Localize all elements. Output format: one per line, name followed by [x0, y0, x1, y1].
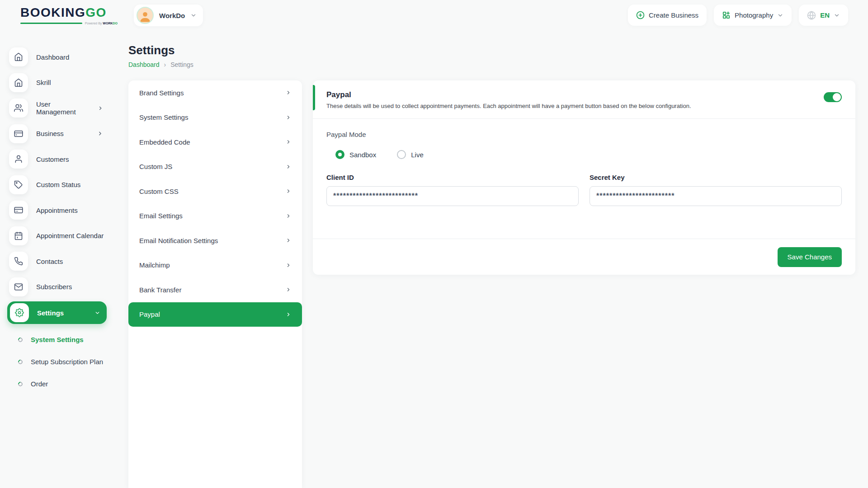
sidebar-item-label: Dashboard [36, 53, 69, 61]
chevron-down-icon [777, 12, 783, 19]
chevron-right-icon [286, 188, 291, 194]
page-head: Settings Dashboard › Settings [128, 43, 193, 68]
sidebar-item-label: Custom Status [36, 181, 80, 188]
sidebar-item-label: Business [36, 130, 64, 137]
secret-key-label: Secret Key [590, 174, 842, 181]
paypal-enabled-toggle[interactable] [824, 92, 842, 102]
sidebar-item-label: Skrill [36, 79, 51, 86]
sidebar-item-contacts[interactable]: Contacts [0, 249, 117, 274]
breadcrumb-separator: › [164, 61, 166, 68]
credit-card-icon [9, 201, 28, 220]
radio-unchecked-icon[interactable] [397, 150, 406, 159]
bullet-icon [17, 358, 24, 365]
chevron-right-icon [286, 312, 291, 317]
sidebar-item-subscribers[interactable]: Subscribers [0, 274, 117, 300]
chevron-right-icon [286, 115, 291, 120]
sidebar-subitem-label: Setup Subscription Plan [31, 358, 103, 366]
workspace-switcher[interactable]: WorkDo [134, 5, 203, 26]
gear-icon [10, 303, 29, 322]
user-icon [9, 150, 28, 169]
bullet-icon [17, 336, 24, 343]
grid-plus-icon [722, 11, 731, 19]
panel-title: Paypal [326, 90, 842, 99]
create-business-label: Create Business [649, 11, 698, 19]
menu-label: Brand Settings [139, 89, 184, 97]
app-logo[interactable]: BOOKINGGO Powered By WORKDO [20, 6, 118, 25]
sidebar-item-skrill[interactable]: Skrill [0, 70, 117, 96]
credit-card-icon [9, 124, 28, 143]
radio-option-live[interactable]: Live [397, 150, 424, 159]
business-type-label: Photography [735, 11, 773, 19]
logo-line [20, 23, 82, 24]
sidebar-item-user-management[interactable]: User Management [0, 95, 117, 121]
create-business-button[interactable]: Create Business [628, 5, 707, 26]
sidebar-item-custom-status[interactable]: Custom Status [0, 172, 117, 198]
secret-key-input[interactable] [590, 186, 842, 206]
secret-key-field-group: Secret Key [590, 174, 842, 206]
credential-fields: Client ID Secret Key [326, 174, 842, 206]
menu-label: Custom CSS [139, 188, 179, 195]
settings-menu-email-notification-settings[interactable]: Email Notification Settings [128, 228, 302, 253]
settings-menu-brand-settings[interactable]: Brand Settings [128, 80, 302, 105]
radio-label: Live [411, 151, 424, 159]
sidebar-item-label: Customers [36, 155, 69, 163]
logo-text: BOOKINGGO [20, 6, 118, 19]
sidebar-item-appointments[interactable]: Appointments [0, 197, 117, 223]
sidebar-subitem-system-settings[interactable]: System Settings [0, 328, 117, 351]
phone-icon [9, 252, 28, 271]
sidebar-item-settings[interactable]: Settings [7, 301, 107, 324]
breadcrumb-link-dashboard[interactable]: Dashboard [128, 61, 160, 68]
settings-menu-mailchimp[interactable]: Mailchimp [128, 253, 302, 278]
paypal-panel: Paypal These details will be used to col… [313, 80, 855, 275]
avatar [137, 7, 154, 24]
sidebar-subitem-setup-subscription-plan[interactable]: Setup Subscription Plan [0, 351, 117, 373]
sidebar-item-label: Appointment Calendar [36, 232, 104, 239]
mail-icon [9, 277, 28, 296]
tag-icon [9, 175, 28, 194]
business-type-dropdown[interactable]: Photography [714, 5, 792, 26]
client-id-label: Client ID [326, 174, 579, 181]
save-changes-button[interactable]: Save Changes [778, 247, 842, 267]
settings-menu-bank-transfer[interactable]: Bank Transfer [128, 277, 302, 302]
chevron-right-icon [98, 105, 103, 111]
home-icon [9, 47, 28, 66]
home-icon [9, 73, 28, 92]
settings-menu-custom-css[interactable]: Custom CSS [128, 179, 302, 204]
chevron-right-icon [97, 131, 103, 136]
settings-menu-system-settings[interactable]: System Settings [128, 105, 302, 130]
plus-circle-icon [636, 11, 645, 19]
paypal-mode-label: Paypal Mode [326, 131, 842, 138]
page-title: Settings [128, 43, 193, 57]
chevron-right-icon [286, 263, 291, 268]
sidebar-item-business[interactable]: Business [0, 121, 117, 147]
settings-menu-paypal[interactable]: Paypal [128, 302, 302, 327]
calendar-icon [9, 226, 28, 245]
language-dropdown[interactable]: EN [799, 5, 848, 26]
radio-option-sandbox[interactable]: Sandbox [335, 150, 376, 159]
menu-label: Email Settings [139, 212, 183, 220]
radio-checked-icon[interactable] [335, 150, 344, 159]
settings-menu-email-settings[interactable]: Email Settings [128, 204, 302, 229]
chevron-right-icon [286, 139, 291, 145]
users-icon [9, 99, 28, 117]
settings-menu-card: Brand Settings System Settings Embedded … [128, 80, 302, 488]
sidebar-subitem-order[interactable]: Order [0, 373, 117, 395]
logo-accent: GO [85, 5, 107, 19]
sidebar-item-label: Subscribers [36, 283, 72, 291]
menu-label: Bank Transfer [139, 286, 181, 294]
client-id-input[interactable] [326, 186, 579, 206]
menu-label: Email Notification Settings [139, 237, 218, 244]
settings-sub-list: System Settings Setup Subscription Plan … [0, 328, 117, 395]
header-accent-bar [313, 85, 315, 110]
settings-menu-custom-js[interactable]: Custom JS [128, 155, 302, 179]
settings-menu-embedded-code[interactable]: Embedded Code [128, 130, 302, 155]
chevron-right-icon [286, 90, 291, 95]
chevron-down-icon [190, 12, 197, 19]
language-label: EN [820, 11, 830, 19]
chevron-right-icon [286, 287, 291, 292]
sidebar-item-appointment-calendar[interactable]: Appointment Calendar [0, 223, 117, 249]
sidebar-subitem-label: System Settings [31, 336, 84, 343]
chevron-down-icon [834, 12, 840, 19]
sidebar-item-dashboard[interactable]: Dashboard [0, 44, 117, 70]
sidebar-item-customers[interactable]: Customers [0, 146, 117, 172]
